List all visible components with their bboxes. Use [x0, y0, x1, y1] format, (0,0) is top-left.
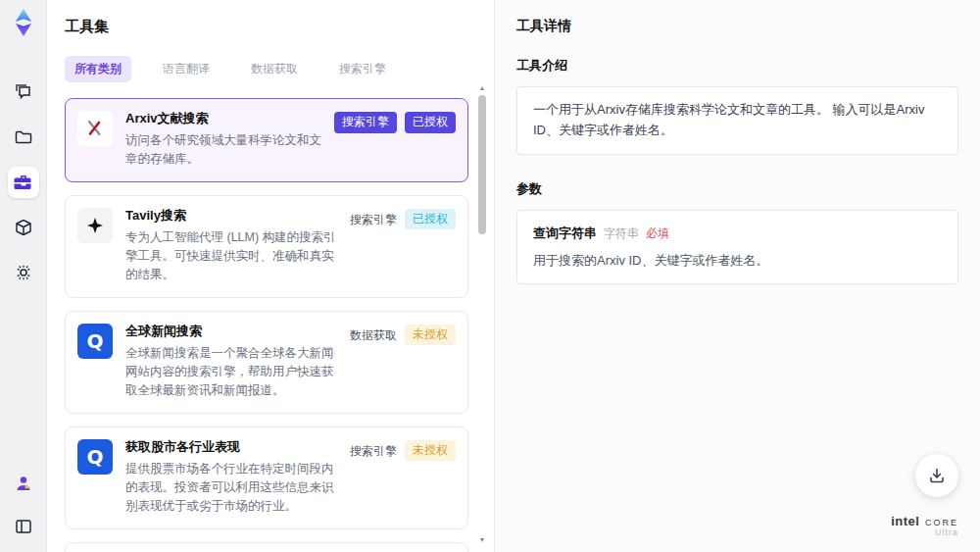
tool-card-tavily[interactable]: Tavily搜索 专为人工智能代理 (LLM) 构建的搜索引擎工具。可快速提供实…	[65, 195, 468, 298]
app-logo	[9, 8, 38, 37]
tavily-star-logo-icon	[77, 208, 113, 243]
scroll-up-arrow-icon[interactable]: ▲	[479, 84, 486, 92]
tool-list: Arxiv文献搜索 访问各个研究领域大量科学论文和文章的存储库。 搜索引擎 已授…	[65, 98, 468, 552]
tools-list-panel: 工具集 所有类别 语言翻译 数据获取 搜索引擎 Arxiv文献搜索 访问各个研究…	[47, 0, 495, 552]
avatar-icon[interactable]	[8, 468, 39, 499]
blue-q-logo-icon: Q	[77, 324, 113, 359]
tool-card-global-news[interactable]: Q 全球新闻搜索 全球新闻搜索是一个聚合全球各大新闻网站内容的搜索引擎，帮助用户…	[65, 311, 468, 414]
gear-icon[interactable]	[8, 257, 39, 288]
tool-description: 全球新闻搜索是一个聚合全球各大新闻网站内容的搜索引擎，帮助用户快速获取全球最新资…	[125, 344, 337, 401]
blue-q-logo-icon: Q	[77, 439, 113, 475]
parameter-card: 查询字符串 字符串 必填 用于搜索的Arxiv ID、关键字或作者姓名。	[516, 210, 958, 284]
category-badge: 搜索引擎	[334, 112, 397, 133]
list-scrollbar[interactable]: ▲ ▼	[477, 84, 487, 544]
category-label: 搜索引擎	[350, 440, 397, 463]
tool-description: 访问各个研究领域大量科学论文和文章的存储库。	[125, 131, 321, 170]
params-heading: 参数	[516, 180, 958, 198]
param-type: 字符串	[604, 226, 639, 242]
status-badge: 已授权	[405, 112, 456, 133]
tool-description: 专为人工智能代理 (LLM) 构建的搜索引擎工具。可快速提供实时、准确和真实的结…	[125, 228, 337, 285]
param-description: 用于搜索的Arxiv ID、关键字或作者姓名。	[533, 252, 942, 270]
tool-details-panel: 工具详情 工具介绍 一个用于从Arxiv存储库搜索科学论文和文章的工具。 输入可…	[495, 0, 980, 552]
intro-heading: 工具介绍	[516, 57, 958, 75]
tool-name: 获取股市各行业表现	[125, 439, 337, 456]
tool-card-arxiv[interactable]: Arxiv文献搜索 访问各个研究领域大量科学论文和文章的存储库。 搜索引擎 已授…	[65, 98, 468, 182]
tool-name: 全球新闻搜索	[125, 324, 337, 340]
category-label: 数据获取	[350, 325, 397, 347]
param-required-label: 必填	[646, 226, 669, 242]
scroll-down-arrow-icon[interactable]: ▼	[479, 536, 486, 544]
param-name: 查询字符串	[533, 225, 597, 242]
tab-data-fetching[interactable]: 数据获取	[241, 56, 308, 82]
tool-card-sector-performance[interactable]: Q 获取股市各行业表现 提供股票市场各个行业在特定时间段内的表现。投资者可以利用…	[65, 427, 468, 529]
panel-layout-icon[interactable]	[8, 511, 39, 542]
tool-card-most-active-stocks[interactable]: Q 获取市场最活跃股票信息 提供当天交易量最高的股票列表，投资者可以利用这些信息…	[65, 542, 468, 552]
details-title: 工具详情	[516, 18, 958, 35]
page-title: 工具集	[65, 18, 468, 36]
tool-description: 提供股票市场各个行业在特定时间段内的表现。投资者可以利用这些信息来识别表现优于或…	[125, 460, 337, 517]
toolbox-icon-active[interactable]	[8, 167, 39, 198]
scrollbar-thumb[interactable]	[478, 95, 486, 234]
category-tabs: 所有类别 语言翻译 数据获取 搜索引擎	[65, 56, 468, 82]
tab-language-translation[interactable]: 语言翻译	[153, 56, 220, 82]
status-badge: 未授权	[405, 440, 456, 462]
intel-core-logo: intel core Ultra	[891, 515, 958, 538]
tool-intro-text: 一个用于从Arxiv存储库搜索科学论文和文章的工具。 输入可以是Arxiv ID…	[516, 86, 958, 155]
status-badge: 已授权	[405, 209, 456, 230]
status-badge: 未授权	[405, 325, 456, 346]
folder-icon[interactable]	[8, 122, 39, 153]
tab-all-categories[interactable]: 所有类别	[65, 56, 131, 82]
tool-name: Tavily搜索	[125, 208, 337, 225]
tool-name: Arxiv文献搜索	[125, 111, 321, 127]
arxiv-logo-icon	[77, 111, 113, 146]
tab-search-engine[interactable]: 搜索引擎	[329, 56, 396, 82]
download-button[interactable]	[915, 454, 958, 497]
chat-icon[interactable]	[8, 76, 39, 108]
package-icon[interactable]	[8, 212, 39, 243]
category-label: 搜索引擎	[350, 209, 397, 231]
left-sidebar	[0, 0, 47, 552]
